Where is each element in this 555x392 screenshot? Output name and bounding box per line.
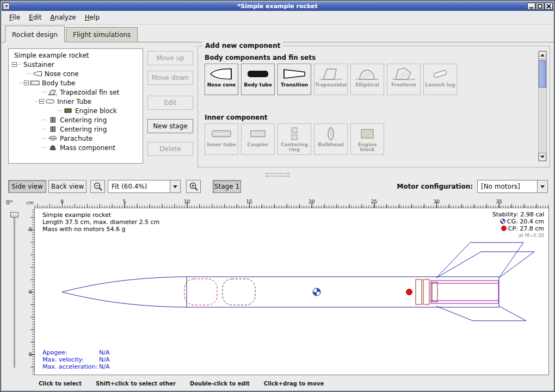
- collapse-icon[interactable]: [39, 99, 44, 104]
- component-button-elliptical[interactable]: Elliptical: [350, 64, 384, 95]
- component-button-transition[interactable]: Transition: [278, 64, 311, 95]
- body-component-buttons: Nose cone Body tube Transition Trapezoid…: [205, 64, 457, 95]
- mass-component-outline[interactable]: [223, 279, 255, 305]
- component-button-freeform[interactable]: Freeform: [387, 64, 421, 95]
- component-button-nose-cone[interactable]: Nose cone: [205, 64, 238, 95]
- component-button-centering-ring[interactable]: Centering ring: [278, 123, 311, 155]
- side-view-button[interactable]: Side view: [8, 180, 46, 193]
- maximize-button[interactable]: [536, 3, 544, 10]
- tree-item-centering-ring-1[interactable]: Centering ring: [9, 115, 143, 125]
- tree-item-rocket[interactable]: Simple example rocket: [9, 51, 143, 60]
- tab-bar: Rocket design Flight simulations: [2, 25, 553, 42]
- add-component-title: Add new component: [202, 42, 283, 49]
- scroll-down-icon[interactable]: [539, 153, 546, 161]
- rotation-slider[interactable]: [9, 211, 19, 370]
- fin-outlines[interactable]: [436, 242, 534, 321]
- fin-icon: [48, 89, 58, 95]
- menu-analyze[interactable]: Analyze: [46, 12, 80, 23]
- chevron-down-icon[interactable]: [170, 181, 180, 192]
- centering-ring-icon: [48, 126, 58, 132]
- tab-rocket-design[interactable]: Rocket design: [5, 26, 65, 42]
- minimize-button[interactable]: [527, 3, 535, 10]
- bulkhead-icon: [319, 126, 343, 142]
- slider-thumb[interactable]: [10, 212, 18, 217]
- body-components-label: Body components and fin sets: [205, 54, 316, 61]
- menu-help[interactable]: Help: [81, 12, 104, 23]
- freeform-fin-icon: [392, 66, 416, 82]
- move-down-button[interactable]: Move down: [147, 71, 193, 85]
- collapse-icon[interactable]: [24, 80, 29, 85]
- scroll-up-icon[interactable]: [539, 51, 546, 59]
- component-tree[interactable]: Simple example rocket Sustainer Nose con…: [8, 48, 143, 164]
- component-button-launch-lug[interactable]: Launch lug: [423, 64, 457, 95]
- chevron-down-icon[interactable]: [537, 181, 547, 192]
- tree-item-parachute[interactable]: Parachute: [9, 134, 143, 143]
- centering-ring-icon: [48, 117, 58, 123]
- tree-item-centering-ring-2[interactable]: Centering ring: [9, 125, 143, 134]
- elliptical-fin-icon: [355, 66, 379, 82]
- vertical-ruler: -5 0 5: [24, 208, 34, 375]
- stability-value: Stability: 2.98 cal: [492, 211, 544, 218]
- tree-item-body-tube[interactable]: Body tube: [9, 78, 143, 88]
- zoom-select[interactable]: Fit (60.4%): [108, 180, 181, 193]
- tree-item-sustainer[interactable]: Sustainer: [9, 60, 143, 69]
- slider-groove: [14, 213, 15, 368]
- component-button-coupler[interactable]: Coupler: [241, 123, 275, 155]
- inner-component-buttons: Inner tube Coupler Centering ring Bulkhe…: [205, 123, 384, 155]
- rocket-figure-canvas[interactable]: Simple example rocket Length 37.5 cm, ma…: [34, 208, 549, 375]
- tree-item-nose-cone[interactable]: Nose cone: [9, 69, 143, 78]
- tree-item-engine-block[interactable]: Engine block: [9, 106, 143, 115]
- menu-edit[interactable]: Edit: [24, 12, 46, 23]
- back-view-button[interactable]: Back view: [48, 180, 87, 193]
- engine-block-icon: [355, 126, 379, 142]
- mach-label: at M=0.30: [519, 232, 544, 239]
- motor-configuration-value: [No motors]: [478, 181, 537, 192]
- zoom-in-button[interactable]: [186, 180, 201, 193]
- cp-marker: [406, 289, 412, 295]
- close-button[interactable]: [545, 3, 553, 10]
- component-button-body-tube[interactable]: Body tube: [241, 64, 275, 95]
- body-tube-icon: [30, 80, 40, 86]
- parachute-outline[interactable]: [184, 279, 217, 305]
- menu-file[interactable]: File: [5, 12, 24, 23]
- centering-ring-icon: [282, 126, 306, 142]
- component-button-inner-tube[interactable]: Inner tube: [205, 123, 238, 155]
- zoom-out-icon: [93, 182, 103, 191]
- zoom-out-button[interactable]: [90, 180, 105, 193]
- edit-button[interactable]: Edit: [147, 96, 193, 110]
- rear-internals[interactable]: [416, 279, 498, 304]
- cg-icon: [500, 219, 505, 224]
- move-up-button[interactable]: Move up: [147, 51, 193, 65]
- component-button-bulkhead[interactable]: Bulkhead: [314, 123, 348, 155]
- rocket-info: Simple example rocket Length 37.5 cm, ma…: [42, 211, 159, 233]
- maximize-icon: [538, 4, 542, 9]
- add-component-panel: Add new component Body components and fi…: [198, 46, 550, 167]
- scrollbar[interactable]: [538, 51, 547, 161]
- rocket-body-outline[interactable]: [62, 277, 499, 307]
- launch-lug-icon: [428, 66, 452, 82]
- splitter-handle[interactable]: [266, 173, 289, 177]
- stage-1-toggle[interactable]: Stage 1: [213, 180, 241, 193]
- menu-bar: File Edit Analyze Help: [2, 11, 553, 24]
- window-menu-icon[interactable]: [3, 3, 10, 10]
- parachute-icon: [48, 135, 58, 141]
- motor-configuration-select[interactable]: [No motors]: [477, 180, 548, 193]
- flight-data: Apogee:N/A Max. velocity:N/A Max. accele…: [42, 349, 109, 370]
- motor-configuration-label: Motor configuration:: [397, 183, 473, 190]
- title-bar[interactable]: *Simple example rocket: [2, 2, 553, 11]
- trapezoidal-fin-icon: [319, 66, 343, 82]
- tree-item-fin-set[interactable]: Trapezoidal fin set: [9, 88, 143, 97]
- component-button-engine-block[interactable]: Engine block: [350, 123, 384, 155]
- tree-item-mass-component[interactable]: Mass component: [9, 143, 143, 152]
- tree-item-inner-tube[interactable]: Inner Tube: [9, 97, 143, 106]
- rocket-drawing[interactable]: [35, 208, 548, 375]
- tab-flight-simulations[interactable]: Flight simulations: [66, 27, 138, 42]
- new-stage-button[interactable]: New stage: [147, 119, 193, 133]
- collapse-icon[interactable]: [12, 62, 17, 67]
- delete-button[interactable]: Delete: [147, 142, 193, 156]
- window-title: *Simple example rocket: [2, 3, 553, 10]
- nose-cone-icon: [33, 71, 42, 77]
- scrollbar-thumb[interactable]: [539, 60, 546, 88]
- inner-tube-icon: [209, 126, 233, 142]
- component-button-trapezoidal[interactable]: Trapezoidal: [314, 64, 348, 95]
